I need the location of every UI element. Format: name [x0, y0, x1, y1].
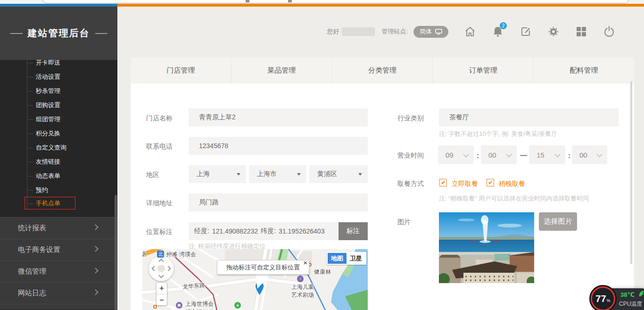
industry-input[interactable]: 茶餐厅 [439, 109, 619, 126]
phone-input[interactable]: 12345678 [189, 137, 368, 155]
map-label-edge: 场 [142, 250, 146, 258]
address-input[interactable]: 局门路 [189, 193, 368, 211]
tooltip-tail [250, 274, 272, 289]
sidebar-menu-item[interactable]: 积分兑换 [0, 129, 117, 138]
mark-location-button[interactable]: 标注 [339, 222, 368, 240]
map-label-theater: 上海儿童艺术剧场 [291, 283, 314, 299]
store-name-input[interactable]: 青青原上草2 [189, 109, 368, 126]
home-button[interactable] [464, 25, 476, 38]
store-name-label: 门店名称 [146, 114, 173, 123]
time-colon: : [477, 151, 479, 159]
city-select[interactable]: 上海市 [249, 165, 306, 183]
site-label: 管理站点: [381, 27, 408, 36]
map-pan-control[interactable] [149, 256, 174, 281]
main-panel: 门店管理 菜品管理 分类管理 订单管理 配料管理 门店名称 青青原上草2 联系电… [131, 58, 634, 310]
leaf-icon [638, 290, 644, 298]
map-type-map-button[interactable]: 地图 [328, 253, 347, 264]
sidebar-title-text: 建站管理后台 [28, 27, 90, 40]
open-minute-select[interactable]: 00 [481, 145, 517, 164]
sidebar-menu-item[interactable]: 预约 [0, 186, 117, 194]
tab-category-management[interactable]: 分类管理 [332, 58, 433, 84]
pan-right-icon[interactable] [165, 266, 171, 271]
time-range-dash: — [520, 151, 527, 159]
map-widget[interactable]: 场 外滩·湾璞会 龙华东路 上海世博会纪念展 上海儿童艺术剧场 健康林 ▣ ▲ … [142, 249, 368, 310]
sidebar-menu-item[interactable]: 秒杀管理 [0, 87, 117, 95]
pan-up-icon[interactable] [158, 259, 164, 264]
cpu-temp-value: 38℃ [620, 291, 635, 298]
chevron-down-icon [463, 151, 469, 158]
choose-image-button[interactable]: 选择图片 [539, 212, 577, 231]
pickup-later-checkbox[interactable] [487, 179, 494, 186]
hours-label: 营业时间 [397, 151, 424, 160]
gear-icon [548, 26, 559, 37]
apps-button[interactable] [575, 25, 587, 38]
sidebar-scrollbar[interactable] [115, 195, 117, 310]
sidebar-menu-item[interactable]: 团购设置 [0, 101, 117, 109]
close-hour-select[interactable]: 15 [529, 145, 565, 164]
dropdown-arrow-icon [297, 173, 301, 176]
close-minute-select[interactable]: 00 [572, 145, 607, 164]
edit-button[interactable] [520, 25, 532, 38]
cpu-percent-value: 77 [595, 293, 606, 304]
sidebar-section-item[interactable]: 网站日志 [0, 282, 117, 304]
logout-button[interactable] [603, 25, 615, 38]
north-badge: 北 [157, 251, 164, 258]
tab-order-management[interactable]: 订单管理 [433, 58, 534, 84]
sidebar-section-item[interactable]: 统计报表 [0, 217, 117, 239]
map-type-satellite-button[interactable]: 卫星 [347, 253, 365, 264]
screen: 建站管理后台 开卡即送 活动设置 秒杀管理 团购设置 组团管理 积分兑换 自定义… [0, 0, 644, 310]
sidebar-section-item[interactable]: 电子商务设置 [0, 239, 117, 260]
region-label: 地区 [146, 171, 159, 179]
cpu-widget-label: CPU温度 [619, 300, 642, 308]
district-select[interactable]: 黄浦区 [309, 165, 368, 183]
language-pill-button[interactable]: 简体 [413, 26, 448, 38]
username-redacted [342, 27, 375, 36]
tab-bar: 门店管理 菜品管理 分类管理 订单管理 配料管理 [131, 58, 634, 84]
tab-dish-management[interactable]: 菜品管理 [231, 58, 332, 84]
tooltip-close-icon[interactable]: × [303, 260, 307, 266]
music-poi-icon[interactable]: ♪ [297, 276, 304, 282]
map-zoom-in-button[interactable]: + [157, 283, 167, 294]
sidebar-menu-item[interactable]: 活动设置 [0, 73, 117, 81]
store-photo-thumbnail[interactable] [439, 212, 534, 283]
sidebar-menu-item[interactable]: 自定义查询 [0, 143, 117, 152]
location-input[interactable]: 经度:121.490882232 纬度:31.1952626403 [189, 222, 339, 240]
sidebar-sections: 统计报表 电子商务设置 微信管理 网站日志 [0, 217, 117, 310]
pickup-now-checkbox[interactable] [439, 179, 447, 186]
title-dash-left [10, 33, 23, 34]
sidebar-section-item[interactable]: 微信管理 [0, 260, 117, 282]
open-hour-select[interactable]: 09 [438, 145, 474, 164]
pan-center-handle[interactable] [157, 265, 165, 272]
pan-down-icon[interactable] [158, 273, 164, 278]
sidebar-menu-item[interactable]: 开卡即送 [0, 60, 117, 67]
tab-store-management[interactable]: 门店管理 [131, 58, 231, 84]
pan-left-icon[interactable] [151, 266, 157, 271]
park-poi-icon[interactable]: ▲ [234, 302, 241, 309]
tab-ingredient-management[interactable]: 配料管理 [534, 58, 634, 84]
settings-button[interactable] [547, 25, 560, 38]
address-text-fragment [288, 0, 292, 2]
sidebar-menu-item[interactable]: 组团管理 [0, 115, 117, 124]
edit-icon [520, 26, 531, 37]
monitor-icon [435, 29, 442, 35]
notifications-button[interactable]: 2 [492, 25, 504, 38]
pickup-label: 取餐方式 [397, 180, 424, 188]
province-select[interactable]: 上海 [189, 165, 246, 183]
sidebar-menu-item[interactable]: 友情链接 [0, 158, 117, 166]
pickup-now-label[interactable]: 立即取餐 [452, 180, 478, 188]
browser-address-bar-sliver [0, 0, 644, 4]
sidebar: 建站管理后台 开卡即送 活动设置 秒杀管理 团购设置 组团管理 积分兑换 自定义… [0, 7, 117, 310]
content-scrollbar[interactable] [630, 81, 632, 264]
map-label-area: 外滩·湾璞会 [166, 251, 196, 259]
address-bar[interactable] [42, 0, 629, 3]
pickup-later-label[interactable]: 稍晚取餐 [499, 180, 525, 188]
check-icon [441, 180, 445, 184]
map-zoom-control: + − [156, 282, 167, 306]
sidebar-title: 建站管理后台 [0, 7, 117, 60]
cpu-gauge[interactable]: 77 % [589, 285, 617, 310]
sidebar-menu-item[interactable]: 动态表单 [0, 172, 117, 180]
museum-poi-icon[interactable]: ▣ [176, 302, 182, 309]
dropdown-arrow-icon [237, 173, 240, 176]
map-zoom-out-button[interactable]: − [157, 294, 167, 306]
chevron-right-icon [92, 268, 99, 274]
